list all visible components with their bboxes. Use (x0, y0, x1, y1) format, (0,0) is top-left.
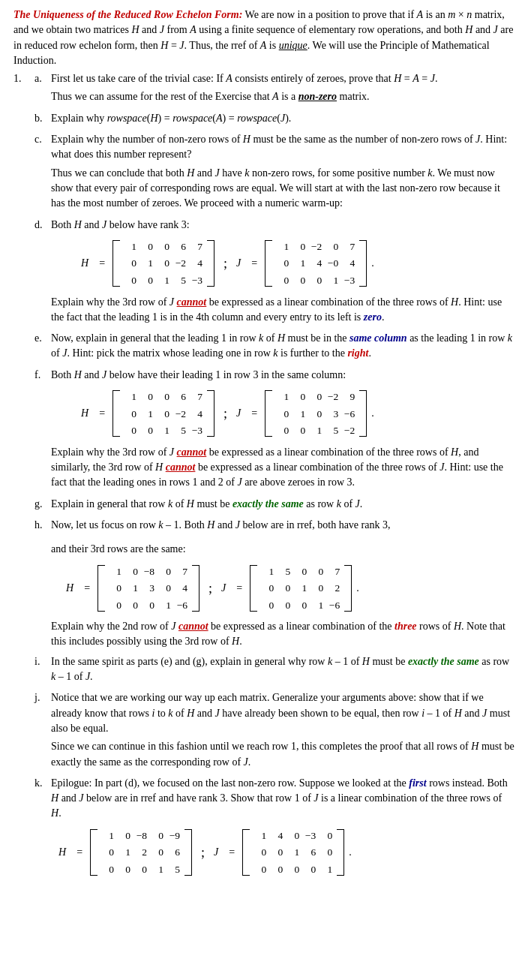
item-k: k. Epilogue: In part (d), we focused on … (34, 776, 514, 884)
matrix-row: 1 0 −2 0 7 (274, 239, 357, 255)
matrix-row: 0 1 0 −2 4 (122, 255, 205, 272)
item-1b-content: Explain why rowspace(H) = rowspace(A) = … (51, 111, 514, 129)
item-j: j. Notice that we are working our way up… (34, 690, 514, 772)
item-i-text: In the same spirit as parts (e) and (g),… (51, 654, 514, 685)
item-1c: c. Explain why the number of non-zero ro… (34, 132, 514, 214)
item-1d: d. Both H and J below have rank 3: H = (34, 218, 514, 329)
matrix-row: 0 0 0 1 −3 (274, 272, 357, 289)
colon: : (239, 9, 243, 20)
item-1a-letter: a. (34, 71, 51, 108)
matrix-row: 0 0 1 5 −3 (122, 272, 205, 289)
item-1c-line2: Thus we can conclude that both H and J h… (51, 166, 514, 212)
item-1c-line1: Explain why the number of non-zero rows … (51, 132, 514, 163)
item-1d-content: Both H and J below have rank 3: H = (51, 218, 514, 329)
matrix-d-H-label: H (81, 256, 88, 271)
item-1c-letter: c. (34, 132, 51, 214)
item-1f-content: Both H and J below have their leading 1 … (51, 368, 514, 494)
item-1e-text: Now, explain in general that the leading… (51, 331, 514, 362)
matrix-row: 1 0 0 6 7 (122, 239, 205, 255)
matrix-d-H-bracket-left (112, 240, 120, 287)
item-i-letter: i. (34, 654, 51, 688)
matrix-k-J-label: J (214, 845, 218, 860)
matrix-f-pair: H = 1 0 0 6 7 (81, 389, 374, 439)
matrix-d-J-label: J (236, 256, 241, 271)
matrix-d-J-bracket-right (359, 240, 367, 287)
matrix-k-H-label: H (58, 845, 66, 860)
item-j-content: Notice that we are working our way up ea… (51, 690, 514, 772)
item-1g-text: Explain in general that row k of H must … (51, 497, 514, 512)
item-1f-after: Explain why the 3rd row of J cannot be e… (51, 445, 514, 491)
matrix-f-sep: ; (224, 404, 227, 423)
item-1d-line1: Both H and J below have rank 3: (51, 218, 514, 233)
item-i-content: In the same spirit as parts (e) and (g),… (51, 654, 514, 688)
item-j-line1: Notice that we are working our way up ea… (51, 690, 514, 736)
matrix-k-block: H = 1 0 −8 0 −9 (58, 828, 514, 878)
matrix-f-block: H = 1 0 0 6 7 (81, 389, 514, 439)
matrix-row: 0 1 4 −0 4 (274, 255, 357, 272)
matrix-cont-J: 1 5 0 0 7 0 0 1 0 2 (250, 564, 352, 614)
item-1-content: a. First let us take care of the trivial… (34, 71, 514, 539)
matrix-f-H-label: H (81, 406, 88, 421)
item-1e-letter: e. (34, 331, 51, 365)
item-1d-letter: d. (34, 218, 51, 329)
matrix-d-J-body: 1 0 −2 0 7 0 1 4 (274, 239, 357, 289)
item-1a-line2: Thus we can assume for the rest of the E… (51, 89, 514, 104)
item-j-letter: j. (34, 690, 51, 772)
matrix-f-H: 1 0 0 6 7 0 1 0 (112, 389, 214, 439)
item-1a: a. First let us take care of the trivial… (34, 71, 514, 108)
item-1h-text: Now, let us focus on row k – 1. Both H a… (51, 518, 514, 533)
matrix-k-H: 1 0 −8 0 −9 0 1 2 0 6 (90, 828, 192, 878)
item-1d-after: Explain why the 3rd row of J cannot be e… (51, 295, 514, 326)
matrix-f-J: 1 0 0 −2 9 0 1 0 (265, 389, 367, 439)
item-1g: g. Explain in general that row k of H mu… (34, 497, 514, 515)
matrix-d-block: H = 1 0 0 6 7 (81, 239, 514, 289)
matrix-d-H-bracket-right (207, 240, 214, 287)
continuation-block: and their 3rd rows are the same: H = 1 0… (51, 542, 514, 650)
matrix-cont-J-label: J (221, 581, 226, 596)
item-1b-text: Explain why rowspace(H) = rowspace(A) = … (51, 111, 514, 126)
item-1: 1. a. First let us take care of the triv… (14, 71, 514, 539)
item-i: i. In the same spirit as parts (e) and (… (34, 654, 514, 688)
item-1f: f. Both H and J below have their leading… (34, 368, 514, 494)
item-k-line1: Epilogue: In part (d), we focused on the… (51, 776, 514, 822)
item-j-line2: Since we can continue in this fashion un… (51, 739, 514, 770)
matrix-f-J-label: J (236, 406, 241, 421)
item-1c-content: Explain why the number of non-zero rows … (51, 132, 514, 214)
matrix-d-J: 1 0 −2 0 7 0 1 4 (265, 239, 367, 289)
item-1g-content: Explain in general that row k of H must … (51, 497, 514, 515)
item-1f-line1: Both H and J below have their leading 1 … (51, 368, 514, 383)
item-1h-content: Now, let us focus on row k – 1. Both H a… (51, 518, 514, 536)
item-1-number: 1. (14, 71, 34, 539)
theorem-title: The Uniqueness of the Reduced Row Echelo… (14, 9, 239, 20)
item-k-letter: k. (34, 776, 51, 884)
item-1b: b. Explain why rowspace(H) = rowspace(A)… (34, 111, 514, 129)
matrix-d-H-eq: = (99, 256, 105, 271)
page-content: The Uniqueness of the Reduced Row Echelo… (14, 8, 514, 883)
item-1e-content: Now, explain in general that the leading… (51, 331, 514, 365)
matrix-d-H: 1 0 0 6 7 0 1 0 (112, 239, 214, 289)
matrix-d-J-bracket-left (265, 240, 272, 287)
matrix-cont-block: H = 1 0 −8 0 7 0 1 (66, 564, 514, 614)
matrix-k-pair: H = 1 0 −8 0 −9 (58, 828, 352, 878)
item-1h-letter: h. (34, 518, 51, 536)
item-1g-letter: g. (34, 497, 51, 515)
intro-paragraph: The Uniqueness of the Reduced Row Echelo… (14, 8, 514, 68)
matrix-d-separator: ; (224, 254, 227, 273)
item-1b-letter: b. (34, 111, 51, 129)
matrix-cont-H: 1 0 −8 0 7 0 1 3 0 4 (98, 564, 200, 614)
continuation-and-their: and their 3rd rows are the same: (51, 542, 514, 557)
matrix-cont-pair: H = 1 0 −8 0 7 0 1 (66, 564, 359, 614)
item-1a-line1: First let us take care of the trivial ca… (51, 71, 514, 86)
item-1h: h. Now, let us focus on row k – 1. Both … (34, 518, 514, 536)
matrix-d-pair: H = 1 0 0 6 7 (81, 239, 374, 289)
item-k-content: Epilogue: In part (d), we focused on the… (51, 776, 514, 884)
item-1a-content: First let us take care of the trivial ca… (51, 71, 514, 108)
item-1f-letter: f. (34, 368, 51, 494)
matrix-k-J: 1 4 0 −3 0 0 0 1 6 0 (242, 828, 344, 878)
matrix-d-H-body: 1 0 0 6 7 0 1 0 (122, 239, 205, 289)
cont-after3-text: Explain why the 2nd row of J cannot be e… (51, 619, 514, 650)
matrix-d-J-eq: = (251, 256, 257, 271)
matrix-cont-H-label: H (66, 581, 74, 596)
item-1e: e. Now, explain in general that the lead… (34, 331, 514, 365)
